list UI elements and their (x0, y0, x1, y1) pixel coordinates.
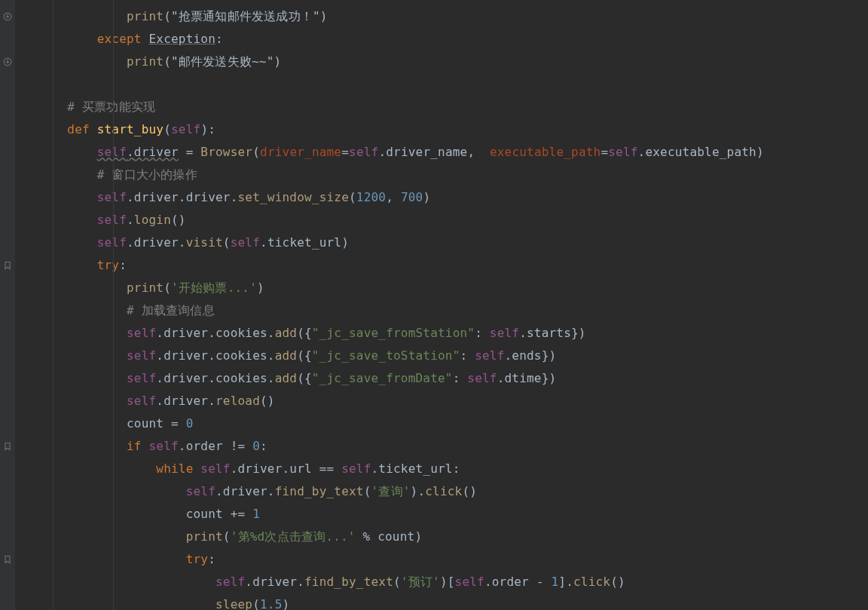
indent-guide (113, 0, 114, 610)
code-line[interactable]: print('第%d次点击查询...' % count) (15, 526, 868, 548)
code-line[interactable] (15, 73, 868, 96)
code-editor[interactable]: print("抢票通知邮件发送成功！") except Exception: p… (15, 0, 868, 610)
gutter-row[interactable] (0, 254, 15, 277)
code-line[interactable]: self.driver.cookies.add({"_jc_save_toSta… (15, 345, 868, 367)
code-line[interactable]: while self.driver.url == self.ticket_url… (15, 458, 868, 480)
code-line[interactable]: sleep(1.5) (15, 593, 868, 610)
gutter-row[interactable] (0, 435, 15, 458)
code-line[interactable]: try: (15, 548, 868, 571)
code-line[interactable]: self.login() (15, 209, 868, 231)
gutter-row[interactable] (0, 548, 15, 571)
bookmark-icon (3, 442, 12, 451)
editor-gutter (0, 0, 15, 610)
code-line[interactable]: self.driver.find_by_text('预订')[self.orde… (15, 571, 868, 593)
indent-guide (53, 0, 53, 610)
editor-viewport: print("抢票通知邮件发送成功！") except Exception: p… (0, 0, 868, 610)
method-override-icon (3, 57, 12, 66)
code-line[interactable]: self.driver.visit(self.ticket_url) (15, 231, 868, 254)
code-line[interactable]: count += 1 (15, 503, 868, 526)
gutter-row[interactable] (0, 5, 15, 28)
code-line[interactable]: self.driver.find_by_text('查询').click() (15, 480, 868, 503)
code-line[interactable]: print("邮件发送失败~~") (15, 51, 868, 73)
code-line[interactable]: # 窗口大小的操作 (15, 164, 868, 186)
method-override-icon (3, 12, 12, 21)
code-line[interactable]: # 加载查询信息 (15, 299, 868, 322)
bookmark-icon (3, 261, 12, 270)
code-line[interactable]: print('开始购票...') (15, 277, 868, 299)
code-line[interactable]: self.driver.cookies.add({"_jc_save_fromD… (15, 367, 868, 390)
code-line[interactable]: count = 0 (15, 412, 868, 435)
code-line[interactable]: try: (15, 254, 868, 277)
code-line[interactable]: except Exception: (15, 28, 868, 51)
code-line[interactable]: self.driver.cookies.add({"_jc_save_fromS… (15, 322, 868, 345)
code-line[interactable]: self.driver = Browser(driver_name=self.d… (15, 141, 868, 164)
code-line[interactable]: def start_buy(self): (15, 118, 868, 141)
code-line[interactable]: self.driver.driver.set_window_size(1200,… (15, 186, 868, 209)
code-line[interactable]: # 买票功能实现 (15, 96, 868, 118)
code-line[interactable]: self.driver.reload() (15, 390, 868, 412)
code-line[interactable]: print("抢票通知邮件发送成功！") (15, 5, 868, 28)
bookmark-icon (3, 555, 12, 564)
code-line[interactable]: if self.order != 0: (15, 435, 868, 458)
gutter-row[interactable] (0, 51, 15, 73)
